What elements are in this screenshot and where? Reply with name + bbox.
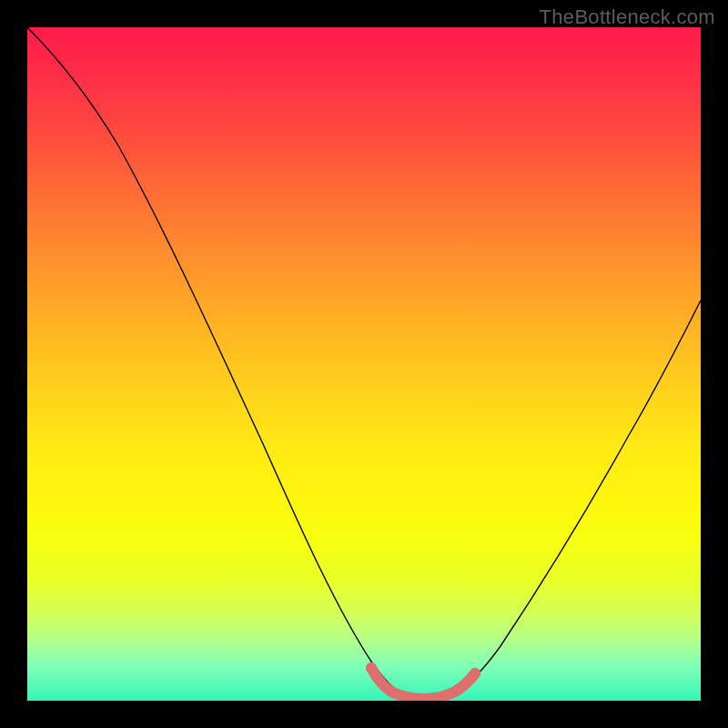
bottleneck-curve <box>27 27 701 698</box>
highlight-end-dot-right <box>470 668 480 679</box>
plot-area <box>27 27 701 701</box>
curve-layer <box>27 27 701 701</box>
highlight-end-dot-left <box>366 662 377 673</box>
watermark-text: TheBottleneck.com <box>540 5 715 29</box>
optimal-zone-highlight <box>371 668 475 699</box>
chart-frame: TheBottleneck.com <box>0 0 728 728</box>
